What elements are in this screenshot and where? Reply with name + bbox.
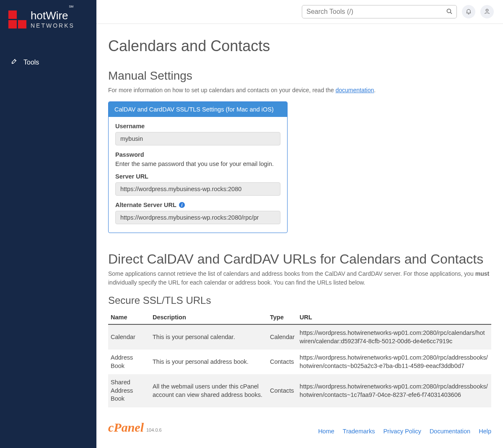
direct-urls-title: Direct CalDAV and CardDAV URLs for Calen… [108,251,491,267]
bell-icon [465,8,472,16]
username-value[interactable]: mybusin [115,132,280,145]
search-wrap [302,5,457,18]
footer-link[interactable]: Home [318,428,334,435]
tools-icon [10,58,18,67]
cpanel-version: 104.0.6 [146,427,162,432]
cell-url[interactable]: https://wordpress.hotwirenetworks-wp01.c… [297,374,491,407]
content: Calendars and Contacts Manual Settings F… [96,24,503,448]
brand-mark [8,10,26,28]
brand-text: hotWireSM NETWORKS [31,10,75,28]
cell-type: Contacts [267,350,297,374]
table-row: Address BookThis is your personal addres… [108,350,491,374]
table-row: Shared Address BookAll the webmail users… [108,374,491,407]
notifications-button[interactable] [462,5,475,18]
th-type: Type [267,311,297,324]
user-icon [484,8,490,16]
cell-url[interactable]: https://wordpress.hotwirenetworks-wp01.c… [297,350,491,374]
documentation-link[interactable]: documentation [335,87,374,93]
th-name: Name [108,311,150,324]
footer-link[interactable]: Trademarks [343,428,375,435]
server-url-label: Server URL [115,173,280,180]
manual-settings-desc: For more information on how to set up ca… [108,86,491,95]
cell-type: Contacts [267,374,297,407]
footer-link[interactable]: Help [479,428,491,435]
manual-settings-title: Manual Settings [108,69,491,83]
direct-urls-desc: Some applications cannot retrieve the li… [108,269,491,287]
alt-server-url-value[interactable]: https://wordpress.mybusiness-wp.rocks:20… [115,211,280,224]
cell-url[interactable]: https://wordpress.hotwirenetworks-wp01.c… [297,324,491,350]
sidebar: hotWireSM NETWORKS Tools [0,0,96,448]
alt-server-url-label: Alternate Server URL i [115,202,280,208]
footer-link[interactable]: Privacy Policy [383,428,421,435]
server-url-value[interactable]: https://wordpress.mybusiness-wp.rocks:20… [115,182,280,196]
info-icon[interactable]: i [179,202,185,208]
search-button[interactable] [444,7,454,17]
cell-desc: This is your personal address book. [150,350,267,374]
th-url: URL [297,311,491,324]
svg-point-3 [486,9,488,11]
th-desc: Description [150,311,267,324]
svg-point-0 [12,63,13,64]
footer-links: HomeTrademarksPrivacy PolicyDocumentatio… [318,428,491,435]
svg-line-2 [450,12,452,14]
cell-desc: All the webmail users under this cPanel … [150,374,267,407]
password-label: Password [115,151,280,158]
sidebar-item-tools[interactable]: Tools [0,54,96,71]
footer: cPanel 104.0.6 HomeTrademarksPrivacy Pol… [108,407,491,439]
cell-name: Shared Address Book [108,374,150,407]
svg-point-1 [447,9,451,13]
cell-type: Calendar [267,324,297,350]
secure-urls-title: Secure SSL/TLS URLs [108,295,491,306]
cell-name: Address Book [108,350,150,374]
ssl-settings-panel: CalDAV and CardDAV SSL/TLS Settings (for… [108,101,288,233]
username-label: Username [115,123,280,129]
cell-name: Calendar [108,324,150,350]
account-button[interactable] [480,5,494,18]
brand-logo[interactable]: hotWireSM NETWORKS [0,8,96,39]
search-icon [446,8,453,16]
page-title: Calendars and Contacts [108,37,491,55]
cpanel-logo[interactable]: cPanel [108,420,144,435]
password-hint: Enter the same password that you use for… [115,161,280,167]
urls-table: Name Description Type URL CalendarThis i… [108,311,491,407]
search-input[interactable] [302,5,457,18]
main: Calendars and Contacts Manual Settings F… [96,0,503,448]
topbar [96,0,503,24]
footer-link[interactable]: Documentation [430,428,471,435]
table-row: CalendarThis is your personal calendar.C… [108,324,491,350]
sidebar-item-label: Tools [23,59,39,66]
panel-header: CalDAV and CardDAV SSL/TLS Settings (for… [109,102,287,117]
cell-desc: This is your personal calendar. [150,324,267,350]
